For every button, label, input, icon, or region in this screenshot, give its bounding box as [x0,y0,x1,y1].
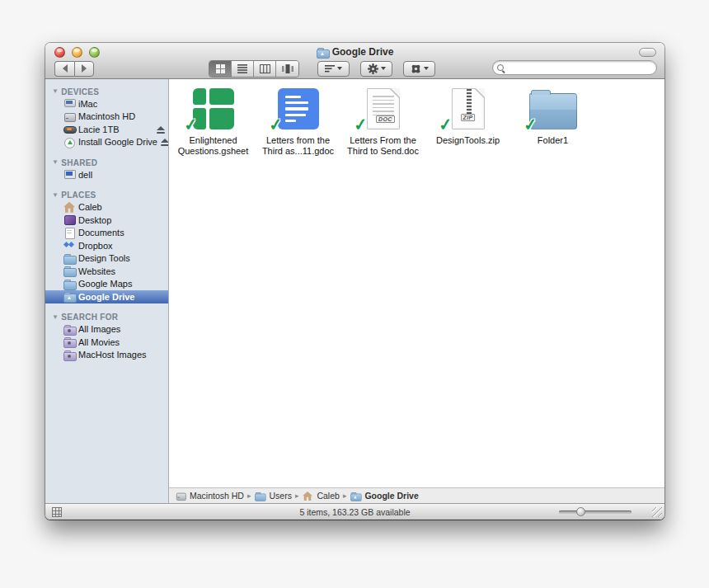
path-separator-icon: ▸ [343,492,347,500]
forward-button[interactable] [74,61,94,77]
arrange-menu-button[interactable] [317,61,350,77]
file-item-gsheet[interactable]: ✓ Enlightened Questions.gsheet [171,83,256,157]
slider-knob[interactable] [576,507,585,516]
smart-folder-icon [63,350,75,360]
sidebar-item-dell[interactable]: dell [45,168,168,181]
sidebar-item-label: iMac [78,99,97,109]
action-menu-button[interactable] [360,61,392,77]
eject-icon[interactable] [157,125,165,134]
toolbar-toggle-button[interactable] [639,48,656,57]
toolbar [45,59,664,78]
sidebar-item-google-drive[interactable]: Google Drive [45,290,168,303]
sidebar-item-label: All Images [78,324,120,334]
sidebar-item-lacie-1tb[interactable]: Lacie 1TB [45,123,168,136]
sidebar-item-design-tools[interactable]: Design Tools [45,252,168,266]
disclosure-triangle-icon[interactable]: ▼ [52,88,59,95]
sidebar-item-all-movies[interactable]: All Movies [45,336,168,349]
title-bar[interactable]: Google Drive [45,43,664,79]
sidebar-item-caleb[interactable]: Caleb [45,201,168,214]
search-input[interactable] [507,63,647,73]
sidebar-item-documents[interactable]: Documents [45,227,168,240]
sidebar-item-all-images[interactable]: All Images [45,323,168,336]
file-item-folder1[interactable]: ✓ Folder1 [510,83,595,146]
sidebar-item-google-maps[interactable]: Google Maps [45,278,168,291]
smart-folder-icon [63,324,75,335]
sidebar-item-label: All Movies [78,337,120,347]
sidebar-item-label: Websites [78,266,115,276]
sidebar-item-label: Caleb [78,202,102,212]
sync-menu-button[interactable] [403,61,435,77]
file-item-zip[interactable]: ZIP ✓ DesignTools.zip [425,83,510,146]
coverflow-view-button[interactable] [276,61,298,77]
sidebar-item-install-google-drive[interactable]: Install Google Drive [45,136,168,149]
folder-icon [256,491,265,500]
disclosure-triangle-icon[interactable]: ▼ [52,159,59,166]
design-tools-folder-icon [63,253,75,264]
disc-image-icon [63,137,75,148]
file-item-doc[interactable]: DOC ✓ Letters From the Third to Send.doc [340,83,425,157]
home-icon [303,491,312,500]
file-browser-area[interactable]: ✓ Enlightened Questions.gsheet ✓ Letters… [169,79,664,503]
path-segment-google-drive[interactable]: Google Drive [350,491,418,501]
websites-folder-icon [63,266,75,276]
path-label: Google Drive [364,491,418,501]
forward-arrow-icon [82,64,91,73]
sync-check-icon: ✓ [437,114,453,135]
sidebar-item-label: Google Maps [78,279,132,289]
hard-drive-icon [63,111,75,122]
sidebar-item-macintosh-hd[interactable]: Macintosh HD [45,111,168,124]
sidebar-item-dropbox[interactable]: Dropbox [45,239,168,252]
sidebar-item-label: Design Tools [78,253,130,263]
smart-folder-icon [63,336,75,347]
view-switcher [209,60,299,78]
resize-grip[interactable] [652,507,662,517]
external-drive-icon [63,124,75,134]
dropbox-icon [63,240,75,251]
column-view-button[interactable] [254,61,276,77]
back-arrow-icon [59,64,68,73]
dropdown-arrow-icon [381,67,386,73]
file-item-gdoc[interactable]: ✓ Letters from the Third as...11.gdoc [256,83,340,157]
sync-check-icon: ✓ [522,114,538,135]
icon-grid-toggle-icon[interactable] [52,507,62,517]
icon-view-button[interactable] [209,61,232,77]
disclosure-triangle-icon[interactable]: ▼ [52,192,59,199]
grid-view-icon [216,64,225,73]
path-segment-macintosh-hd[interactable]: Macintosh HD [175,491,244,501]
sidebar-item-websites[interactable]: Websites [45,265,168,278]
window-title: Google Drive [332,46,394,58]
doc-file-icon: DOC [367,88,400,129]
back-button[interactable] [54,61,74,77]
section-label: DEVICES [61,87,99,96]
icon-size-slider[interactable] [559,510,632,514]
path-segment-users[interactable]: Users [254,491,291,501]
file-name: DesignTools.zip [425,135,510,146]
section-label: SHARED [61,158,97,167]
sidebar-item-label: Google Drive [78,292,134,302]
list-view-button[interactable] [232,61,254,77]
disclosure-triangle-icon[interactable]: ▼ [52,314,59,321]
action-buttons [317,61,435,77]
search-field[interactable] [492,60,657,75]
list-view-icon [237,64,247,73]
sidebar-item-label: Lacie 1TB [78,125,120,134]
eject-icon[interactable] [161,138,169,146]
zip-badge: ZIP [461,114,476,121]
sidebar-item-desktop[interactable]: Desktop [45,214,168,227]
google-drive-folder-icon [350,491,360,500]
page-fold-icon [476,88,485,97]
dropdown-arrow-icon [337,67,342,73]
sidebar: ▼ DEVICES iMac Macintosh HD Lacie 1TB In… [45,79,169,503]
dropdown-arrow-icon [424,67,429,73]
path-segment-caleb[interactable]: Caleb [302,491,339,501]
gsheet-file-icon [193,88,234,129]
home-icon [63,202,75,213]
sidebar-item-label: Desktop [78,215,111,225]
sidebar-item-imac[interactable]: iMac [45,97,168,111]
gdoc-file-icon [278,88,319,129]
file-name: Folder1 [510,135,595,146]
sidebar-item-machost-images[interactable]: MacHost Images [45,349,168,362]
section-label: SEARCH FOR [61,313,118,322]
proxy-folder-icon[interactable] [317,47,328,58]
sidebar-item-label: Documents [78,228,124,238]
